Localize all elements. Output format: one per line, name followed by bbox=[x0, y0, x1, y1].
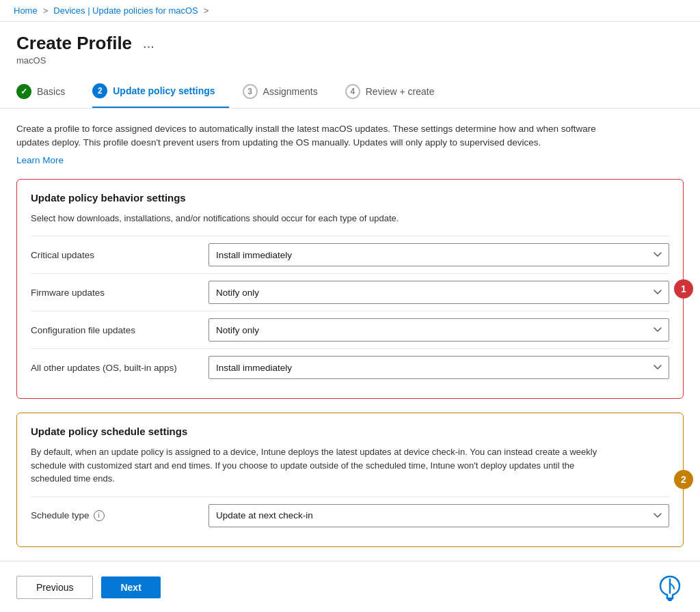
ellipsis-button[interactable]: ... bbox=[139, 34, 159, 53]
footer-logo bbox=[656, 574, 684, 601]
tab-update-policy-settings[interactable]: 2 Update policy settings bbox=[92, 76, 228, 108]
all-other-updates-label: All other updates (OS, built-in apps) bbox=[31, 363, 208, 373]
next-button[interactable]: Next bbox=[101, 576, 160, 598]
critical-updates-label: Critical updates bbox=[31, 250, 208, 260]
tab-assignments-circle: 3 bbox=[243, 84, 258, 99]
tab-assignments-label: Assignments bbox=[263, 86, 318, 97]
tab-review-circle: 4 bbox=[345, 84, 360, 99]
page-description: Create a profile to force assigned devic… bbox=[16, 122, 604, 150]
schedule-section-box: Update policy schedule settings By defau… bbox=[16, 413, 684, 547]
firmware-updates-select[interactable]: Install immediately Download and install… bbox=[208, 281, 669, 304]
schedule-type-info-icon[interactable]: i bbox=[94, 510, 105, 521]
tab-basics-label: Basics bbox=[37, 86, 65, 97]
schedule-type-row: Schedule type i Update at next check-in … bbox=[31, 497, 669, 534]
learn-more-link[interactable]: Learn More bbox=[16, 155, 64, 165]
tab-update-circle: 2 bbox=[92, 83, 107, 98]
logo-icon bbox=[656, 574, 684, 601]
critical-updates-row: Critical updates Install immediately Dow… bbox=[31, 236, 669, 273]
schedule-badge: 2 bbox=[674, 470, 693, 489]
schedule-type-select[interactable]: Update at next check-in Update during sc… bbox=[208, 504, 669, 527]
tabs-container: ✓ Basics 2 Update policy settings 3 Assi… bbox=[0, 66, 700, 109]
tab-update-label: Update policy settings bbox=[113, 85, 215, 96]
page-footer: Previous Next bbox=[0, 561, 700, 613]
breadcrumb-sep2: > bbox=[204, 5, 209, 16]
critical-updates-select[interactable]: Install immediately Download and install… bbox=[208, 243, 669, 266]
behavior-section-description: Select how downloads, installations, and… bbox=[31, 212, 605, 225]
breadcrumb-sep1: > bbox=[43, 5, 49, 16]
schedule-section-description: By default, when an update policy is ass… bbox=[31, 445, 605, 486]
behavior-section-box: Update policy behavior settings Select h… bbox=[16, 179, 684, 400]
config-file-updates-select[interactable]: Install immediately Download and install… bbox=[208, 318, 669, 342]
breadcrumb: Home > Devices | Update policies for mac… bbox=[0, 0, 700, 22]
schedule-section-title: Update policy schedule settings bbox=[31, 426, 669, 437]
tab-basics-circle: ✓ bbox=[16, 84, 31, 99]
tab-assignments[interactable]: 3 Assignments bbox=[243, 77, 332, 107]
breadcrumb-devices[interactable]: Devices | Update policies for macOS bbox=[53, 5, 198, 16]
firmware-updates-row: Firmware updates Install immediately Dow… bbox=[31, 273, 669, 311]
config-file-updates-label: Configuration file updates bbox=[31, 325, 208, 335]
behavior-section-wrapper: Update policy behavior settings Select h… bbox=[16, 179, 684, 400]
page-title: Create Profile bbox=[16, 33, 132, 54]
schedule-section-wrapper: Update policy schedule settings By defau… bbox=[16, 413, 684, 547]
behavior-section-title: Update policy behavior settings bbox=[31, 192, 669, 204]
tab-review-create[interactable]: 4 Review + create bbox=[345, 77, 448, 107]
main-content: Create a profile to force assigned devic… bbox=[0, 109, 700, 561]
page-subtitle: macOS bbox=[16, 55, 684, 66]
config-file-updates-row: Configuration file updates Install immed… bbox=[31, 311, 669, 348]
behavior-badge: 1 bbox=[674, 279, 693, 298]
breadcrumb-home[interactable]: Home bbox=[14, 5, 38, 16]
schedule-type-label: Schedule type i bbox=[31, 510, 208, 521]
tab-basics[interactable]: ✓ Basics bbox=[16, 77, 79, 107]
all-other-updates-row: All other updates (OS, built-in apps) In… bbox=[31, 348, 669, 386]
tab-review-label: Review + create bbox=[366, 86, 435, 97]
all-other-updates-select[interactable]: Install immediately Download and install… bbox=[208, 356, 669, 379]
firmware-updates-label: Firmware updates bbox=[31, 288, 208, 298]
page-header: Create Profile ... macOS bbox=[0, 22, 700, 66]
previous-button[interactable]: Previous bbox=[16, 576, 93, 599]
